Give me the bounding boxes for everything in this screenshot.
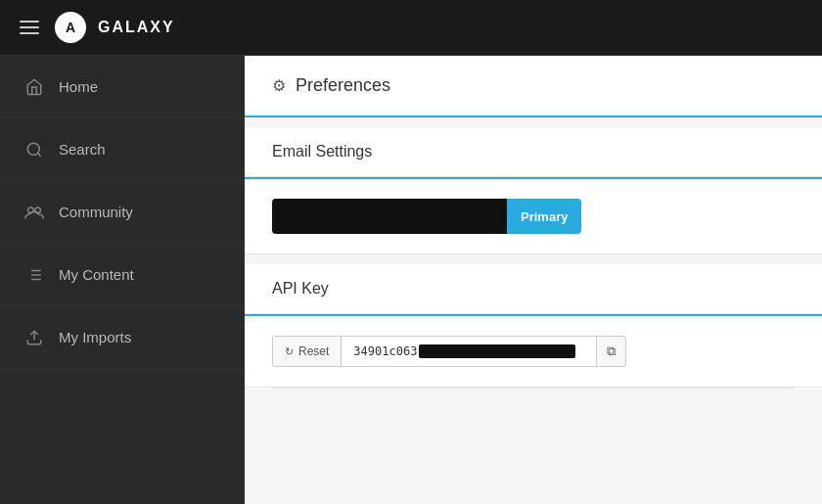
app-title: GALAXY [98, 19, 175, 36]
api-key-title: API Key [272, 280, 329, 297]
sidebar-item-my-content[interactable]: My Content [0, 244, 245, 306]
email-settings-title-row: Email Settings [245, 127, 822, 177]
search-icon [23, 139, 45, 160]
svg-line-1 [37, 153, 40, 156]
sidebar-item-search[interactable]: Search [0, 118, 245, 181]
sidebar-community-label: Community [59, 204, 133, 220]
imports-icon [23, 327, 45, 348]
primary-button[interactable]: Primary [507, 199, 581, 234]
api-key-title-row: API Key [245, 264, 822, 314]
sidebar-item-community[interactable]: Community [0, 181, 245, 244]
email-input[interactable] [272, 199, 507, 234]
main-content: ⚙ Preferences Email Settings Primary API… [245, 56, 822, 504]
email-settings-content: Primary [245, 177, 822, 254]
sidebar: Home Search Community [0, 56, 245, 504]
email-input-row: Primary [272, 199, 795, 234]
home-icon [23, 76, 45, 98]
content-icon [23, 264, 45, 286]
sidebar-home-label: Home [59, 78, 98, 95]
email-settings-section: Email Settings Primary [245, 127, 822, 254]
api-key-value: 34901c063 [342, 336, 596, 367]
preferences-header: ⚙ Preferences [245, 56, 822, 117]
svg-point-0 [27, 143, 39, 155]
sidebar-my-content-label: My Content [59, 266, 134, 283]
topbar: A GALAXY [0, 0, 822, 56]
api-key-masked [419, 344, 575, 358]
sidebar-my-imports-label: My Imports [59, 329, 131, 345]
sidebar-item-my-imports[interactable]: My Imports [0, 306, 245, 369]
community-icon [23, 202, 45, 223]
reset-button[interactable]: ↻ Reset [272, 336, 342, 367]
section-divider [272, 388, 795, 389]
sidebar-search-label: Search [59, 141, 106, 158]
api-key-content: ↻ Reset 34901c063 ⧉ [245, 314, 822, 388]
hamburger-menu[interactable] [16, 17, 43, 38]
sidebar-item-home[interactable]: Home [0, 56, 245, 118]
layout: Home Search Community [0, 56, 822, 504]
api-key-section: API Key ↻ Reset 34901c063 ⧉ [245, 264, 822, 389]
copy-icon: ⧉ [607, 344, 616, 359]
copy-button[interactable]: ⧉ [596, 336, 626, 367]
refresh-icon: ↻ [285, 345, 294, 358]
gear-icon: ⚙ [272, 76, 286, 95]
preferences-title: Preferences [296, 75, 390, 96]
api-key-row: ↻ Reset 34901c063 ⧉ [272, 336, 795, 367]
email-settings-title: Email Settings [272, 143, 372, 160]
logo: A [55, 12, 86, 43]
